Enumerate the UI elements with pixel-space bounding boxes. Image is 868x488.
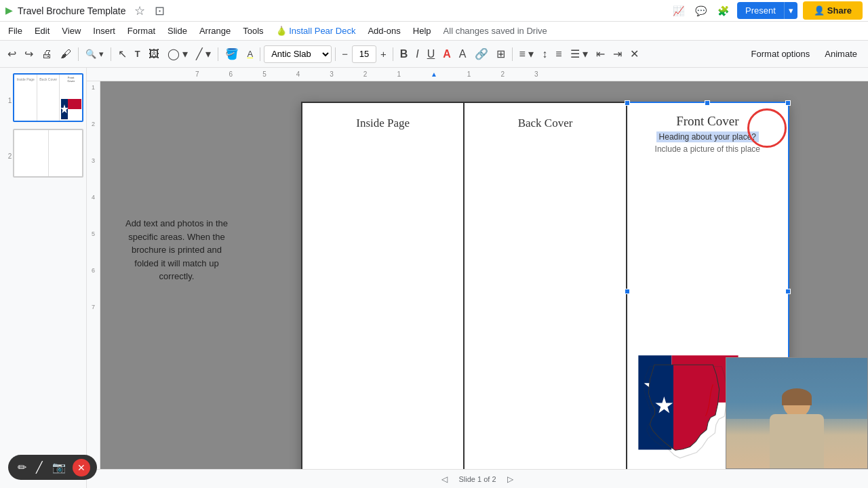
paint-bucket-button[interactable]: 🪣 [222,45,242,63]
share-icon: 👤 [814,5,825,16]
sep5 [335,47,336,61]
font-size-decrease[interactable]: − [339,47,351,61]
slide-panel: 1 Inside Page Back Cover Front Cover [0,68,87,488]
font-size-input[interactable] [352,45,376,63]
main-area: 1 Inside Page Back Cover Front Cover [0,68,868,488]
sep4 [260,47,260,61]
slide-area[interactable]: Add text and photos in the specific area… [100,81,868,469]
slide-thumb-2[interactable] [13,129,83,178]
drive-button[interactable]: ⊡ [152,1,167,21]
next-slide-icon[interactable]: ▷ [507,474,513,484]
menu-tools[interactable]: Tools [237,24,269,38]
menu-help[interactable]: Help [408,24,437,38]
inside-page-column[interactable]: Inside Page [301,102,465,469]
menu-arrange[interactable]: Arrange [194,24,236,38]
vertical-ruler: 1 2 3 4 5 6 7 [87,81,100,469]
menu-add-ons[interactable]: Add-ons [362,24,406,38]
indent-decrease-button[interactable]: ⇤ [593,45,608,63]
line-spacing-button[interactable]: ↕ [538,45,551,63]
saved-status: All changes saved in Drive [443,26,547,36]
front-cover-title: Front Cover [676,114,738,129]
prev-slide-icon[interactable]: ◁ [441,474,448,484]
zoom-button[interactable]: 🔍 ▾ [82,46,107,62]
share-button[interactable]: 👤 Share [803,1,863,20]
slide-and-ruler: 1 2 3 4 5 6 7 Add text and photos in the… [87,81,868,469]
install-pear-deck-button[interactable]: 🍐 Install Pear Deck [271,24,361,38]
puzzle-button[interactable]: 🧩 [715,3,732,19]
highlight-color-button[interactable]: A [456,45,470,63]
back-cover-label: Back Cover [518,117,573,130]
redo-button[interactable]: ↪ [21,45,37,63]
eraser-tool-button[interactable]: ╱ [33,458,45,476]
inside-page-label: Inside Page [356,117,410,130]
bottom-floating-toolbar: ✏ ╱ 📷 ✕ [8,455,97,480]
menu-view[interactable]: View [56,24,86,38]
print-button[interactable]: 🖨 [38,45,56,63]
font-size-increase[interactable]: + [378,47,389,61]
menu-format[interactable]: Format [122,24,161,38]
camera-button[interactable]: 📷 [50,458,68,476]
present-button[interactable]: Present [737,2,784,19]
bold-button[interactable]: B [397,45,412,63]
indent-increase-button[interactable]: ⇥ [610,45,625,63]
shape-tool[interactable]: ◯ ▾ [164,45,191,63]
content-area: 7 6 5 4 3 2 1 ▲ 1 2 3 1 2 3 4 5 6 [87,68,868,488]
video-overlay [726,357,868,469]
app-title: Travel Brochure Template [18,5,126,16]
sep3 [218,47,218,61]
title-actions: ☆ ⊡ [132,1,167,21]
instruction-box: Add text and photos in the specific area… [121,217,233,283]
link-button[interactable]: 🔗 [471,45,492,63]
select-tool[interactable]: ↖ [115,45,130,63]
sep7 [512,47,513,61]
sep6 [393,47,393,61]
font-color-button[interactable]: A [439,45,454,63]
highlight-button[interactable]: A [243,46,256,62]
paint-format-button[interactable]: 🖌 [57,45,75,63]
trend-icon-button[interactable]: 📈 [670,3,687,19]
clear-format-button[interactable]: ✕ [627,45,642,63]
video-background [726,358,867,468]
present-btn-group: Present ▾ [737,2,797,19]
animate-button[interactable]: Animate [818,46,864,62]
align-button[interactable]: ≡ ▾ [516,45,538,63]
underline-button[interactable]: U [424,45,439,63]
insert-table-button[interactable]: ⊞ [493,45,509,63]
format-options-button[interactable]: Format options [745,46,817,62]
image-tool[interactable]: 🖼 [145,45,163,63]
text-tool[interactable]: T [132,46,144,62]
back-cover-column[interactable]: Back Cover [465,102,627,469]
menu-edit[interactable]: Edit [29,24,55,38]
line-tool[interactable]: ╱ ▾ [193,45,214,63]
font-name-select[interactable]: Antic Slab [264,45,332,63]
selection-handle-tr [785,100,791,106]
menu-bar: File Edit View Insert Format Slide Arran… [0,22,868,41]
horizontal-ruler: 7 6 5 4 3 2 1 ▲ 1 2 3 [87,68,868,81]
comment-button[interactable]: 💬 [692,3,709,19]
selection-handle-ml [625,289,630,294]
sep2 [111,47,111,61]
menu-file[interactable]: File [3,24,28,38]
slide-thumb-1[interactable]: Inside Page Back Cover Front Cover [13,73,83,122]
selection-handle-tm [705,100,710,106]
right-actions: 📈 💬 🧩 Present ▾ 👤 Share [670,1,863,20]
close-overlay-button[interactable]: ✕ [73,459,90,476]
pen-tool-button[interactable]: ✏ [15,458,29,476]
slide-canvas[interactable]: Inside Page Back Cover [301,102,789,469]
bullet-list-button[interactable]: ☰ ▾ [567,45,591,63]
front-cover-body: Include a picture of this place [655,144,760,154]
app-icon: ▶ [5,5,12,16]
front-cover-subtitle[interactable]: Heading about your place? [656,131,759,142]
undo-button[interactable]: ↩ [4,45,20,63]
ruler-marks: 7 6 5 4 3 2 1 ▲ 1 2 3 [195,70,538,78]
menu-slide[interactable]: Slide [162,24,193,38]
star-button[interactable]: ☆ [132,1,148,21]
italic-button[interactable]: I [412,45,422,63]
person-figure [753,387,841,468]
slide-info: Slide 1 of 2 [458,475,496,483]
title-bar: ▶ Travel Brochure Template ☆ ⊡ 📈 💬 🧩 Pre… [0,0,868,22]
bottom-bar: ◁ Slide 1 of 2 ▷ [87,469,868,488]
present-dropdown[interactable]: ▾ [784,2,797,19]
numbered-list-button[interactable]: ≡ [552,45,565,63]
menu-insert[interactable]: Insert [87,24,121,38]
